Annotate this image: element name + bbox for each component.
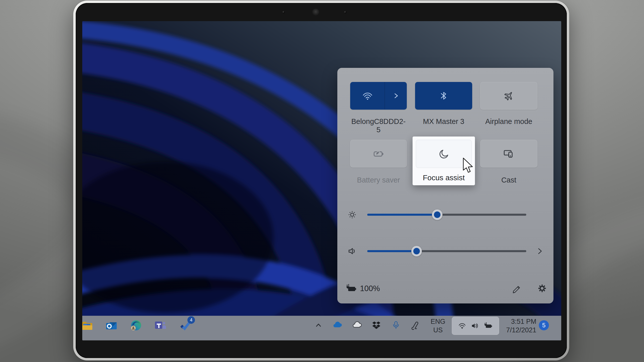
bluetooth-tile[interactable] — [415, 82, 472, 110]
language-line2: US — [429, 326, 447, 334]
settings-gear-icon[interactable] — [537, 283, 548, 294]
wifi-toggle[interactable] — [350, 82, 385, 110]
pinned-apps: 4 — [82, 319, 191, 331]
chevron-up-icon[interactable] — [313, 320, 324, 330]
cloud-outline-icon[interactable] — [352, 320, 362, 330]
mouse-cursor-icon — [462, 158, 473, 173]
dropbox-icon[interactable] — [371, 320, 381, 330]
clock-date: 7/12/2021 — [499, 326, 536, 334]
airplane-icon — [503, 90, 514, 101]
bluetooth-tile-label: MX Master 3 — [415, 117, 472, 126]
notification-count-badge[interactable]: 5 — [539, 320, 549, 330]
wifi-icon — [362, 90, 373, 101]
focus-assist-label: Focus assist — [413, 173, 475, 182]
volume-slider[interactable] — [367, 246, 526, 256]
wifi-tile[interactable] — [350, 82, 407, 110]
webcam — [312, 9, 319, 16]
tablet-device: BelongC8DDD2-5 MX Master 3 Airplane mode… — [73, 1, 569, 360]
volume-speaker-icon — [347, 246, 357, 256]
language-indicator[interactable]: ENG US — [429, 317, 447, 334]
brightness-thumb[interactable] — [432, 209, 442, 220]
pen-icon[interactable] — [409, 320, 419, 330]
battery-charging-icon — [346, 283, 357, 294]
brightness-slider[interactable] — [367, 209, 526, 220]
taskbar-outlook[interactable] — [106, 319, 118, 331]
photo-backdrop: BelongC8DDD2-5 MX Master 3 Airplane mode… — [0, 0, 644, 362]
bluetooth-icon — [438, 90, 449, 101]
wifi-tile-label: BelongC8DDD2-5 — [350, 117, 407, 134]
audio-output-chevron-icon[interactable] — [536, 247, 545, 256]
wifi-expander[interactable] — [385, 82, 407, 110]
tray-wifi-icon — [458, 322, 466, 330]
edit-quick-settings-pencil-icon[interactable] — [511, 283, 522, 294]
focus-assist-highlight: Focus assist — [413, 137, 475, 185]
taskbar-todo[interactable]: 4 — [179, 319, 191, 331]
brightness-sun-icon — [347, 209, 358, 220]
edge-icon — [130, 319, 142, 331]
todo-badge: 4 — [187, 316, 195, 324]
device-bezel: BelongC8DDD2-5 MX Master 3 Airplane mode… — [76, 3, 567, 358]
battery-saver-label: Battery saver — [350, 176, 407, 184]
brightness-fill — [367, 214, 437, 216]
battery-saver-tile[interactable] — [350, 140, 407, 167]
volume-fill — [367, 250, 417, 252]
battery-saver-icon — [373, 148, 384, 159]
airplane-mode-tile[interactable] — [480, 82, 537, 110]
cast-icon — [503, 148, 515, 159]
battery-percentage: 100% — [360, 284, 380, 293]
taskbar-teams[interactable] — [154, 319, 167, 331]
taskbar-edge[interactable] — [130, 319, 142, 331]
quick-settings-panel: BelongC8DDD2-5 MX Master 3 Airplane mode… — [337, 68, 553, 303]
folder-icon — [82, 319, 93, 331]
airplane-tile-label: Airplane mode — [480, 117, 537, 126]
desktop-screen: BelongC8DDD2-5 MX Master 3 Airplane mode… — [82, 21, 561, 340]
ir-sensor-dot-left — [283, 11, 285, 13]
tray-battery-charging-icon — [484, 322, 493, 330]
tray-speaker-icon — [471, 322, 479, 330]
teams-icon — [154, 319, 167, 331]
onedrive-cloud-icon[interactable] — [332, 320, 342, 330]
cast-tile[interactable] — [480, 140, 537, 167]
language-line1: ENG — [429, 317, 447, 326]
chevron-right-icon — [392, 92, 400, 100]
quick-settings-tray-button[interactable] — [452, 317, 499, 335]
clock-time: 3:51 PM — [499, 317, 536, 326]
ir-sensor-dot-right — [344, 11, 346, 13]
microphone-icon[interactable] — [391, 320, 401, 330]
volume-thumb[interactable] — [411, 246, 422, 256]
taskbar-clock[interactable]: 3:51 PM 7/12/2021 — [499, 317, 536, 334]
taskbar: 4 — [82, 316, 561, 340]
moon-icon — [438, 148, 449, 159]
cast-label: Cast — [480, 176, 537, 184]
taskbar-file-explorer[interactable] — [82, 319, 93, 331]
outlook-icon — [106, 319, 118, 331]
